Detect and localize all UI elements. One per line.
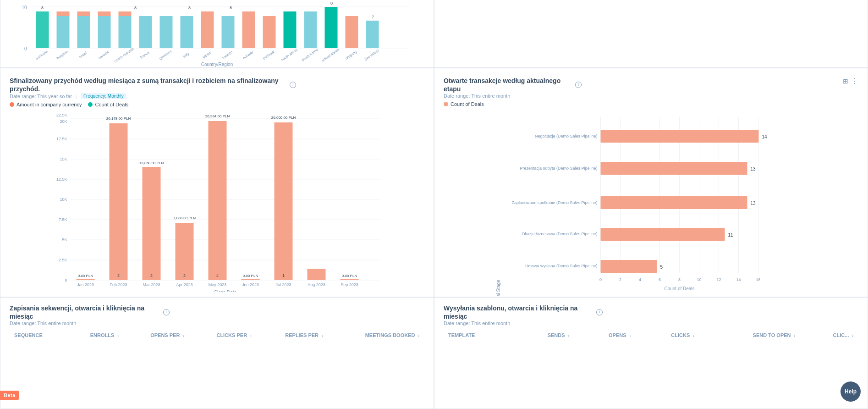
templates-header: Wysyłania szablonu, otwarcia i kliknięci… xyxy=(444,304,858,329)
col-clicks-per[interactable]: CLICKS PER ↕ xyxy=(189,331,257,340)
open-deals-subtitle: Date range: This entire month xyxy=(444,93,588,99)
beta-badge: Beta xyxy=(0,391,19,400)
svg-rect-13 xyxy=(139,16,152,48)
svg-text:Aug 2023: Aug 2023 xyxy=(308,282,325,287)
amount-legend-dot xyxy=(10,102,14,107)
col-clic[interactable]: CLIC... ↕ xyxy=(800,331,858,340)
svg-text:1: 1 xyxy=(282,273,285,278)
svg-text:Sep 2023: Sep 2023 xyxy=(341,282,358,287)
country-bar-chart: 10 0 xyxy=(10,0,424,68)
svg-text:Umowa wysłana (Demo Sales Pipe: Umowa wysłana (Demo Sales Pipeline) xyxy=(525,264,598,268)
svg-text:22.5K: 22.5K xyxy=(56,113,67,117)
svg-text:germany: germany xyxy=(159,49,173,61)
svg-text:(No value): (No value) xyxy=(363,48,380,61)
svg-text:czech republic: czech republic xyxy=(114,47,135,64)
svg-text:0.00 PLN: 0.00 PLN xyxy=(78,274,93,278)
svg-text:5: 5 xyxy=(660,265,663,270)
svg-text:20,000.00 PLN: 20,000.00 PLN xyxy=(271,116,296,120)
svg-rect-17 xyxy=(222,16,235,48)
frequency-badge: Frequency: Monthly xyxy=(81,93,126,99)
sequences-info-icon[interactable]: i xyxy=(163,309,170,315)
svg-text:0: 0 xyxy=(24,46,27,51)
col-meetings[interactable]: MEETINGS BOOKED ↕ xyxy=(328,331,424,340)
svg-text:south korea: south korea xyxy=(301,48,319,62)
legend-amount: Amount in company currency xyxy=(10,102,82,107)
col-send-to-open[interactable]: SEND TO OPEN ↕ xyxy=(699,331,800,340)
help-button[interactable]: Help xyxy=(841,381,861,402)
sequences-date-range: Date range: This entire month xyxy=(10,321,76,326)
sequences-header: Zapisania sekwencji, otwarcia i kliknięc… xyxy=(10,304,424,329)
svg-text:8: 8 xyxy=(188,6,191,10)
svg-text:brazil: brazil xyxy=(78,51,88,59)
col-clicks[interactable]: CLICKS ↕ xyxy=(636,331,699,340)
date-range-label: Date range: This year so far xyxy=(10,94,72,99)
svg-text:canada: canada xyxy=(98,50,110,60)
closed-revenue-svg: 0 2.5K 5K 7.5K 10K 12.5K 15K 17.5K 20K 2… xyxy=(10,113,424,292)
templates-subtitle: Date range: This entire month xyxy=(444,321,611,326)
svg-text:Jun 2023: Jun 2023 xyxy=(242,282,259,287)
svg-rect-7 xyxy=(77,16,90,48)
open-deals-panel: Otwarte transakcje według aktualnego eta… xyxy=(434,68,868,297)
svg-text:2: 2 xyxy=(183,273,186,278)
col-opens-per[interactable]: OPENS PER ↕ xyxy=(124,331,189,340)
svg-text:france: france xyxy=(139,50,150,60)
svg-text:japan: japan xyxy=(202,51,212,60)
svg-text:2: 2 xyxy=(117,273,120,278)
svg-rect-114 xyxy=(601,162,747,175)
svg-rect-18 xyxy=(242,11,255,48)
closed-revenue-title: Sfinalizowany przychód według miesiąca z… xyxy=(10,77,288,93)
closed-revenue-chart-area: 0 2.5K 5K 7.5K 10K 12.5K 15K 17.5K 20K 2… xyxy=(10,113,424,297)
col-replies-per[interactable]: REPLIES PER ↕ xyxy=(257,331,328,340)
svg-text:8: 8 xyxy=(230,6,232,10)
templates-info-icon[interactable]: i xyxy=(596,309,603,315)
svg-text:0.00 PLN: 0.00 PLN xyxy=(243,274,258,278)
svg-text:8: 8 xyxy=(678,277,681,282)
closed-revenue-panel: Sfinalizowany przychód według miesiąca z… xyxy=(0,68,434,297)
svg-rect-20 xyxy=(284,11,297,48)
svg-text:italy: italy xyxy=(182,51,190,59)
svg-rect-84 xyxy=(275,122,293,280)
svg-text:13: 13 xyxy=(751,166,756,171)
svg-text:0.00 PLN: 0.00 PLN xyxy=(342,274,357,278)
grid-view-icon[interactable]: ⊞ xyxy=(843,77,848,85)
svg-text:Country/Region: Country/Region xyxy=(201,62,233,67)
svg-text:15K: 15K xyxy=(60,157,67,161)
svg-rect-79 xyxy=(209,121,227,280)
svg-rect-15 xyxy=(181,16,193,48)
svg-text:Deal Stage: Deal Stage xyxy=(496,280,501,296)
svg-text:7: 7 xyxy=(372,15,374,19)
svg-text:Negocjacje (Demo Sales Pipelin: Negocjacje (Demo Sales Pipeline) xyxy=(535,134,598,138)
svg-text:Close Date: Close Date xyxy=(214,290,237,292)
svg-rect-69 xyxy=(77,279,95,280)
svg-text:Count of Deals: Count of Deals xyxy=(664,286,694,291)
svg-text:13,860.00 PLN: 13,860.00 PLN xyxy=(139,161,164,165)
svg-text:united states: united states xyxy=(321,47,340,62)
svg-text:12: 12 xyxy=(716,277,721,282)
svg-text:0: 0 xyxy=(599,277,602,282)
count-deals-label: Count of Deals xyxy=(450,101,484,107)
svg-rect-12 xyxy=(119,11,132,16)
templates-panel: Wysyłania szablonu, otwarcia i kliknięci… xyxy=(434,297,868,409)
svg-text:8: 8 xyxy=(330,1,333,6)
svg-text:Okazja biznesowa (Demo Sales P: Okazja biznesowa (Demo Sales Pipeline) xyxy=(522,232,597,236)
open-deals-panel-icons: ⊞ ⋮ xyxy=(843,77,858,85)
svg-text:belgium: belgium xyxy=(56,50,69,61)
more-options-icon[interactable]: ⋮ xyxy=(851,77,858,85)
svg-text:20,984.00 PLN: 20,984.00 PLN xyxy=(205,114,230,118)
open-deals-legend: Count of Deals xyxy=(444,101,588,107)
col-enrolls[interactable]: ENROLLS ↕ xyxy=(66,331,123,340)
svg-text:uruguay: uruguay xyxy=(345,50,358,61)
open-deals-info-icon[interactable]: i xyxy=(575,82,582,88)
col-sends[interactable]: SENDS ↑ xyxy=(513,331,574,340)
col-opens[interactable]: OPENS ↕ xyxy=(574,331,636,340)
legend-count: Count of Deals xyxy=(88,102,128,107)
sequences-panel: Zapisania sekwencji, otwarcia i kliknięc… xyxy=(0,297,434,409)
svg-text:4: 4 xyxy=(216,273,219,278)
svg-rect-19 xyxy=(263,16,276,48)
svg-rect-11 xyxy=(119,16,132,48)
legend-count-of-deals: Count of Deals xyxy=(444,101,484,107)
svg-text:14: 14 xyxy=(762,134,768,139)
svg-text:Zaplanowane spotkanie (Demo Sa: Zaplanowane spotkanie (Demo Sales Pipeli… xyxy=(511,200,597,205)
closed-revenue-info-icon[interactable]: i xyxy=(290,82,296,88)
svg-text:8: 8 xyxy=(134,6,137,10)
